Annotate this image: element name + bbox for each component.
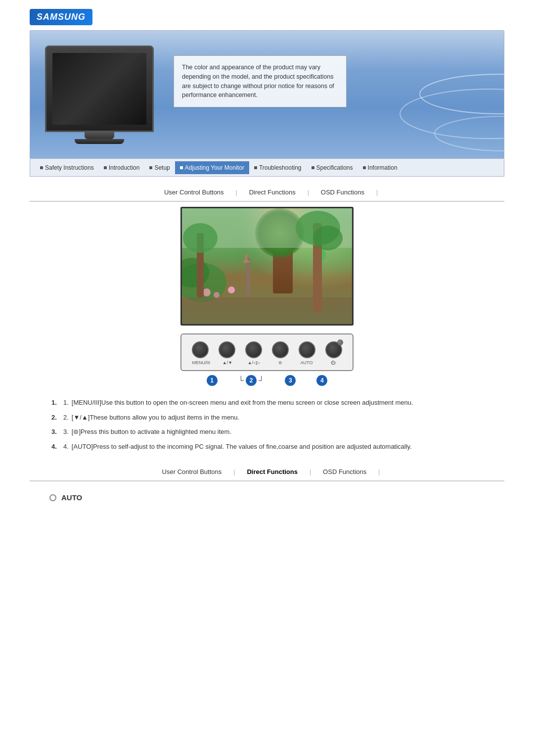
menu-button[interactable] <box>192 341 209 358</box>
bottom-tab-label: OSD Functions <box>323 468 366 475</box>
nav-bullet-icon <box>40 166 43 169</box>
button-panel-area: MENU/III ▲/▼ ▲/◁▷ ⊜ AUTO ⏻ <box>0 333 534 371</box>
nav-label: Specifications <box>316 164 353 171</box>
instruction-item-1: 1. [MENU/III]Use this button to open the… <box>49 398 485 408</box>
garden-background <box>182 208 352 324</box>
nav-label: Introduction <box>109 164 140 171</box>
auto-circle-icon <box>49 494 56 501</box>
header-logo-area: SAMSUNG <box>0 0 534 30</box>
garden-image-area <box>0 207 534 326</box>
samsung-logo: SAMSUNG <box>30 9 92 25</box>
nav-adjusting-monitor[interactable]: Adjusting Your Monitor <box>175 161 249 174</box>
svg-point-2 <box>435 116 504 151</box>
btn-label-enter: ⊜ <box>270 360 290 365</box>
tab-user-control-buttons[interactable]: User Control Buttons <box>154 187 234 198</box>
monitor-screen <box>52 53 146 125</box>
instruction-number: 2. <box>63 413 69 423</box>
bottom-tab-bar: User Control Buttons | Direct Functions … <box>30 466 504 481</box>
bottom-tab-osd[interactable]: OSD Functions <box>313 466 376 477</box>
wave-decoration <box>351 54 504 159</box>
tab-label: Direct Functions <box>249 189 296 196</box>
garden-image <box>180 207 354 326</box>
nav-bullet-icon <box>312 166 314 169</box>
svg-point-10 <box>203 288 211 296</box>
svg-point-18 <box>183 223 218 253</box>
tab-separator-3: | <box>374 189 380 196</box>
svg-point-12 <box>228 286 235 293</box>
instruction-text: [▼/▲]These buttons allow you to adjust i… <box>72 413 239 423</box>
nav-specifications[interactable]: Specifications <box>307 161 358 174</box>
bottom-tab-sep-2: | <box>308 469 313 475</box>
monitor-stand <box>85 132 114 139</box>
nav-bullet-icon <box>180 166 183 169</box>
btn-labels-row: MENU/III ▲/▼ ▲/◁▷ ⊜ AUTO ⏻ <box>191 360 343 365</box>
btn-label-menu: MENU/III <box>191 360 211 365</box>
num-2-circle: 2 <box>246 375 257 386</box>
num-1-circle: 1 <box>207 375 218 386</box>
up-down-button[interactable] <box>219 341 235 358</box>
bottom-tab-label: User Control Buttons <box>162 468 222 475</box>
auto-label: AUTO <box>61 493 82 502</box>
instruction-number: 3. <box>63 427 69 437</box>
nav-label: Adjusting Your Monitor <box>185 164 244 171</box>
nav-label: Setup <box>154 164 170 171</box>
instructions-list: 1. [MENU/III]Use this button to open the… <box>49 398 485 451</box>
banner-text-box: The color and appearance of the product … <box>174 55 347 107</box>
btn-label-updown: ▲/▼ <box>218 360 237 365</box>
nav-information[interactable]: Information <box>358 161 402 174</box>
num-2-bracket: └ 2 ┘ <box>238 375 265 386</box>
svg-point-11 <box>214 292 220 298</box>
power-led <box>337 339 343 345</box>
num-3-circle: 3 <box>285 375 296 386</box>
nav-bullet-icon <box>104 166 107 169</box>
nav-label: Information <box>368 164 398 171</box>
nav-safety-instructions[interactable]: Safety Instructions <box>35 161 99 174</box>
adjust-button[interactable] <box>245 341 262 358</box>
garden-svg <box>182 208 354 326</box>
top-tab-bar: User Control Buttons | Direct Functions … <box>30 187 504 202</box>
instruction-number: 1. <box>63 398 69 408</box>
auto-button[interactable] <box>299 341 315 358</box>
instruction-text: [⊜]Press this button to activate a highl… <box>72 427 231 437</box>
instructions-section: 1. [MENU/III]Use this button to open the… <box>30 398 504 451</box>
instruction-number: 4. <box>63 442 69 452</box>
instruction-item-2: 2. [▼/▲]These buttons allow you to adjus… <box>49 413 485 423</box>
tab-separator-1: | <box>234 189 239 196</box>
tab-direct-functions[interactable]: Direct Functions <box>239 187 306 198</box>
nav-introduction[interactable]: Introduction <box>99 161 145 174</box>
bottom-tab-sep-3: | <box>376 469 382 475</box>
svg-point-0 <box>420 74 504 114</box>
monitor-illustration <box>45 46 154 140</box>
tab-label: User Control Buttons <box>164 189 224 196</box>
btn-label-power: ⏻ <box>323 360 343 365</box>
instruction-item-3: 3. [⊜]Press this button to activate a hi… <box>49 427 485 437</box>
btn-label-adjust: ▲/◁▷ <box>244 360 264 365</box>
auto-section: AUTO <box>30 493 504 502</box>
nav-label: Safety Instructions <box>45 164 94 171</box>
svg-point-16 <box>313 226 343 250</box>
btn-label-auto: AUTO <box>297 360 316 365</box>
nav-setup[interactable]: Setup <box>144 161 175 174</box>
banner: The color and appearance of the product … <box>30 30 504 159</box>
nav-label: Troubleshooting <box>259 164 302 171</box>
instruction-item-4: 4. [AUTO]Press to self-adjust to the inc… <box>49 442 485 452</box>
tab-osd-functions[interactable]: OSD Functions <box>311 187 374 198</box>
number-indicators-row: 1 └ 2 ┘ 3 4 <box>0 375 534 386</box>
instruction-text: [MENU/III]Use this button to open the on… <box>72 398 413 408</box>
nav-troubleshooting[interactable]: Troubleshooting <box>249 161 307 174</box>
svg-marker-8 <box>244 253 248 258</box>
tab-label: OSD Functions <box>321 189 364 196</box>
num-4-circle: 4 <box>316 375 327 386</box>
button-panel: MENU/III ▲/▼ ▲/◁▷ ⊜ AUTO ⏻ <box>180 333 354 371</box>
nav-bullet-icon <box>149 166 152 169</box>
bottom-tab-direct-functions[interactable]: Direct Functions <box>237 466 308 477</box>
instruction-text: [AUTO]Press to self-adjust to the incomi… <box>72 442 412 452</box>
nav-bullet-icon <box>254 166 257 169</box>
nav-bullet-icon <box>363 166 366 169</box>
svg-rect-7 <box>246 258 250 297</box>
enter-button[interactable] <box>272 341 289 358</box>
svg-rect-6 <box>182 297 354 326</box>
monitor-base <box>75 139 124 144</box>
bottom-tab-label: Direct Functions <box>247 468 298 475</box>
bottom-tab-user-control[interactable]: User Control Buttons <box>152 466 232 477</box>
